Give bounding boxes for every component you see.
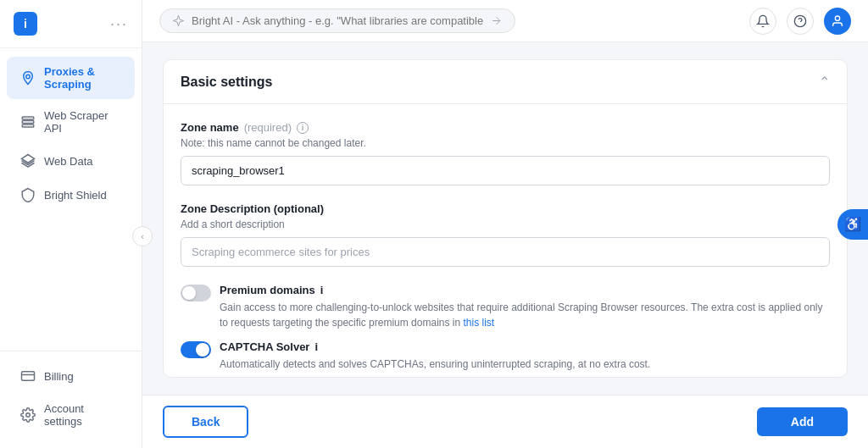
sidebar: i ··· Proxies & Scraping Web Scraper API [0, 0, 142, 448]
location-icon [20, 70, 36, 86]
user-avatar-button[interactable] [824, 8, 851, 35]
footer: Back Add [142, 395, 868, 448]
api-icon [20, 114, 36, 130]
layers-icon [20, 153, 36, 169]
svg-rect-3 [22, 124, 34, 127]
spark-icon [172, 14, 185, 27]
basic-settings-card: Basic settings ⌃ Zone name (required) i … [163, 59, 848, 378]
chevron-up-icon[interactable]: ⌃ [819, 74, 830, 90]
card-title: Basic settings [181, 75, 272, 90]
sidebar-item-account-settings[interactable]: Account settings [7, 394, 135, 436]
premium-domains-row: Premium domains i Gain access to more ch… [181, 284, 830, 330]
main-area: Basic settings ⌃ Zone name (required) i … [142, 0, 868, 448]
svg-point-7 [26, 413, 31, 418]
sidebar-item-bright-shield[interactable]: Bright Shield [7, 179, 135, 211]
zone-name-group: Zone name (required) i Note: this name c… [181, 121, 830, 185]
sidebar-item-billing[interactable]: Billing [7, 360, 135, 392]
sidebar-item-label: Web Data [44, 155, 93, 168]
sidebar-item-label: Billing [44, 370, 74, 383]
sidebar-menu-dots[interactable]: ··· [110, 15, 128, 33]
sidebar-item-label: Web Scraper API [44, 109, 121, 135]
premium-domains-toggle[interactable] [181, 285, 211, 301]
add-button[interactable]: Add [757, 407, 848, 436]
premium-domains-info-icon[interactable]: i [320, 284, 324, 296]
send-icon [490, 14, 503, 27]
captcha-solver-row: CAPTCHA Solver i Automatically detects a… [181, 340, 830, 372]
card-header: Basic settings ⌃ [164, 60, 847, 104]
help-button[interactable] [787, 8, 814, 35]
zone-desc-group: Zone Description (optional) Add a short … [181, 202, 830, 267]
sidebar-item-proxies-scraping[interactable]: Proxies & Scraping [7, 57, 135, 99]
gear-icon [20, 407, 36, 423]
sidebar-collapse-button[interactable]: ‹ [132, 226, 153, 246]
search-input[interactable] [192, 14, 483, 27]
svg-rect-1 [22, 117, 34, 119]
svg-point-11 [835, 16, 839, 20]
sidebar-bottom: Billing Account settings [0, 351, 142, 448]
svg-rect-2 [22, 121, 34, 124]
zone-name-info-icon[interactable]: i [297, 122, 309, 134]
sidebar-item-label: Proxies & Scraping [44, 65, 121, 91]
shield-icon [20, 187, 36, 202]
svg-point-0 [26, 75, 31, 79]
bell-icon [756, 14, 770, 28]
content-area: Basic settings ⌃ Zone name (required) i … [142, 42, 868, 395]
question-icon [793, 14, 807, 28]
sidebar-item-label: Bright Shield [44, 189, 107, 202]
premium-domains-desc: Gain access to more challenging-to-unloc… [220, 300, 830, 330]
notification-button[interactable] [749, 8, 776, 35]
accessibility-button[interactable]: ♿ [837, 209, 868, 240]
zone-desc-input[interactable] [181, 237, 830, 267]
captcha-solver-desc: Automatically detects and solves CAPTCHA… [220, 357, 650, 372]
search-bar[interactable] [159, 8, 515, 33]
zone-desc-subtitle: Add a short description [181, 218, 830, 230]
header [142, 0, 868, 42]
captcha-solver-info-icon[interactable]: i [314, 340, 318, 353]
back-button[interactable]: Back [163, 406, 248, 438]
svg-rect-5 [22, 372, 35, 381]
sidebar-nav: Proxies & Scraping Web Scraper API Web D… [0, 48, 142, 351]
accessibility-icon: ♿ [844, 216, 861, 232]
app-logo: i [14, 12, 37, 36]
sidebar-item-web-scraper-api[interactable]: Web Scraper API [7, 101, 135, 143]
zone-name-label: Zone name (required) i [181, 121, 830, 134]
card-icon [20, 368, 36, 384]
sidebar-header: i ··· [0, 0, 142, 48]
card-body: Zone name (required) i Note: this name c… [164, 104, 847, 378]
zone-desc-label: Zone Description (optional) [181, 202, 830, 215]
premium-domains-link[interactable]: this list [463, 317, 494, 329]
zone-name-note: Note: this name cannot be changed later. [181, 137, 830, 149]
sidebar-item-web-data[interactable]: Web Data [7, 145, 135, 177]
user-icon [831, 14, 844, 28]
header-actions [749, 8, 851, 35]
sidebar-item-label: Account settings [44, 402, 121, 428]
captcha-solver-toggle[interactable] [181, 341, 211, 358]
zone-name-input[interactable] [181, 156, 830, 185]
